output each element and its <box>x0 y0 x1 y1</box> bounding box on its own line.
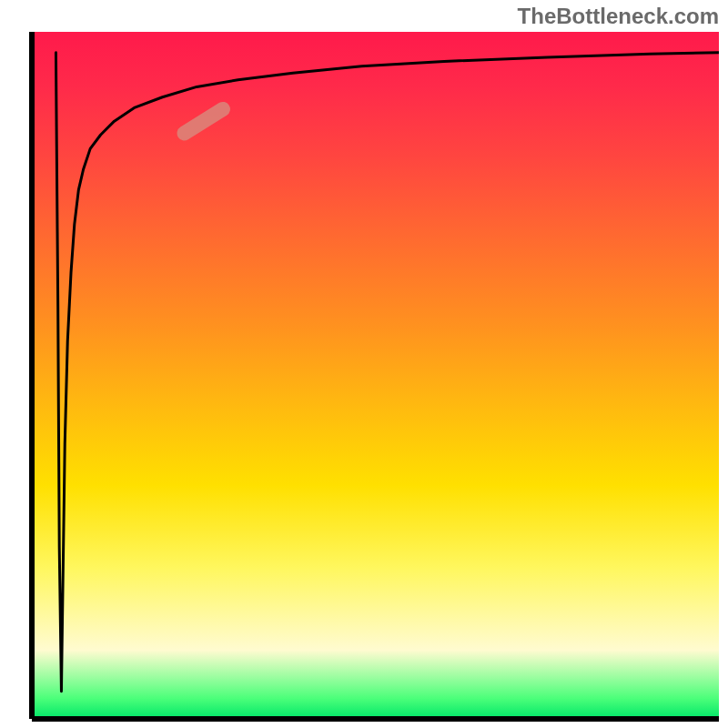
gradient-background <box>32 32 719 719</box>
chart-container: TheBottleneck.com <box>0 0 728 728</box>
watermark-label: TheBottleneck.com <box>518 4 719 29</box>
